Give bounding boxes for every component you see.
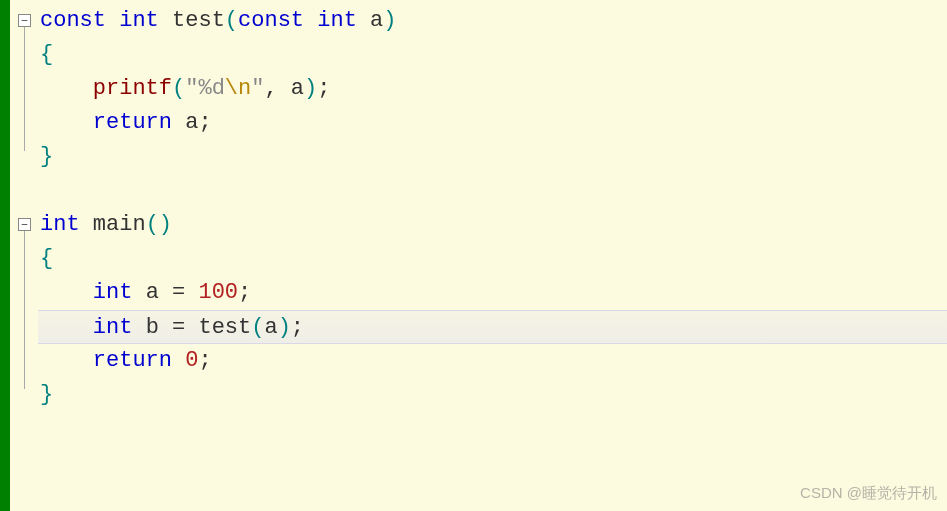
- code-line: [38, 174, 947, 208]
- token: int: [93, 315, 133, 340]
- token: int: [93, 280, 133, 305]
- token: {: [40, 246, 53, 271]
- code-line: printf("%d\n", a);: [38, 72, 947, 106]
- code-line: return 0;: [38, 344, 947, 378]
- token: (: [251, 315, 264, 340]
- code-line: {: [38, 38, 947, 72]
- token: test: [198, 315, 251, 340]
- watermark: CSDN @睡觉待开机: [800, 484, 937, 503]
- token: [172, 348, 185, 373]
- token: [40, 348, 93, 373]
- token: [357, 8, 370, 33]
- code-line: int main(): [38, 208, 947, 242]
- token: [40, 110, 93, 135]
- token: ;: [291, 315, 304, 340]
- token: [185, 280, 198, 305]
- token: [159, 8, 172, 33]
- fold-column: −−: [10, 0, 38, 511]
- token: const: [40, 8, 106, 33]
- token: 100: [198, 280, 238, 305]
- code-line: }: [38, 140, 947, 174]
- token: ): [304, 76, 317, 101]
- token: [159, 280, 172, 305]
- token: a: [185, 110, 198, 135]
- token: return: [93, 348, 172, 373]
- token: (): [146, 212, 172, 237]
- token: (: [172, 76, 185, 101]
- token: 0: [185, 348, 198, 373]
- token: [40, 315, 93, 340]
- token: printf: [93, 76, 172, 101]
- code-line: {: [38, 242, 947, 276]
- token: [40, 76, 93, 101]
- token: int: [317, 8, 357, 33]
- token: return: [93, 110, 172, 135]
- code-editor: −− const int test(const int a){ printf("…: [0, 0, 947, 511]
- code-area: const int test(const int a){ printf("%d\…: [38, 0, 947, 511]
- code-line: int a = 100;: [38, 276, 947, 310]
- token: (: [225, 8, 238, 33]
- token: [40, 280, 93, 305]
- token: [304, 8, 317, 33]
- code-line: }: [38, 378, 947, 412]
- token: [80, 212, 93, 237]
- token: main: [93, 212, 146, 237]
- token: =: [172, 315, 185, 340]
- fold-collapse-icon[interactable]: −: [18, 14, 31, 27]
- token: test: [172, 8, 225, 33]
- token: a: [146, 280, 159, 305]
- fold-guide: [24, 27, 25, 151]
- token: {: [40, 42, 53, 67]
- code-line: return a;: [38, 106, 947, 140]
- left-gutter: [0, 0, 10, 511]
- token: ;: [198, 348, 211, 373]
- token: ): [278, 315, 291, 340]
- token: ": [251, 76, 264, 101]
- token: [185, 315, 198, 340]
- token: [132, 315, 145, 340]
- fold-guide: [24, 231, 25, 389]
- token: }: [40, 382, 53, 407]
- token: [172, 110, 185, 135]
- code-line: int b = test(a);: [38, 310, 947, 344]
- token: int: [119, 8, 159, 33]
- token: const: [238, 8, 304, 33]
- token: ;: [317, 76, 330, 101]
- token: ;: [238, 280, 251, 305]
- token: a: [370, 8, 383, 33]
- token: ): [383, 8, 396, 33]
- token: ;: [198, 110, 211, 135]
- fold-collapse-icon[interactable]: −: [18, 218, 31, 231]
- token: ,: [264, 76, 290, 101]
- token: \n: [225, 76, 251, 101]
- code-line: const int test(const int a): [38, 4, 947, 38]
- token: }: [40, 144, 53, 169]
- token: [159, 315, 172, 340]
- token: [106, 8, 119, 33]
- token: a: [291, 76, 304, 101]
- token: [132, 280, 145, 305]
- token: int: [40, 212, 80, 237]
- token: a: [264, 315, 277, 340]
- token: =: [172, 280, 185, 305]
- token: b: [146, 315, 159, 340]
- token: "%d: [185, 76, 225, 101]
